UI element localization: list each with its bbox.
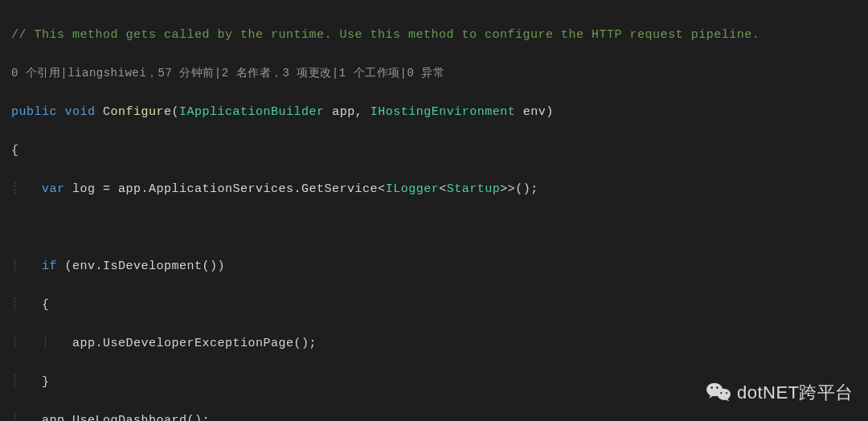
- keyword-var: var: [42, 182, 65, 196]
- code-statement: app.UseLogDashboard();: [42, 414, 210, 421]
- watermark: dotNET跨平台: [706, 378, 854, 407]
- type-iappbuilder: IApplicationBuilder: [179, 105, 325, 119]
- svg-point-1: [717, 389, 731, 400]
- method-name: Configure: [103, 105, 172, 119]
- code-statement: app.UseDeveloperExceptionPage();: [72, 337, 317, 350]
- brace-open: {: [11, 144, 19, 157]
- type-startup: Startup: [447, 182, 501, 196]
- keyword-void: void: [65, 105, 96, 119]
- type-ilogger: ILogger: [386, 182, 440, 196]
- code-editor[interactable]: // This method gets called by the runtim…: [11, 6, 857, 421]
- svg-point-2: [710, 387, 713, 390]
- wechat-icon: [706, 382, 731, 403]
- keyword-if: if: [42, 260, 57, 273]
- watermark-text: dotNET跨平台: [737, 378, 854, 407]
- type-ihostingenv: IHostingEnvironment: [371, 105, 516, 119]
- svg-point-3: [716, 387, 719, 390]
- svg-point-4: [720, 392, 722, 394]
- keyword-public: public: [11, 105, 57, 119]
- comment-line: // This method gets called by the runtim…: [11, 28, 760, 42]
- svg-point-5: [726, 392, 727, 394]
- codelens-info[interactable]: 0 个引用|liangshiwei，57 分钟前|2 名作者，3 项更改|1 个…: [11, 67, 444, 80]
